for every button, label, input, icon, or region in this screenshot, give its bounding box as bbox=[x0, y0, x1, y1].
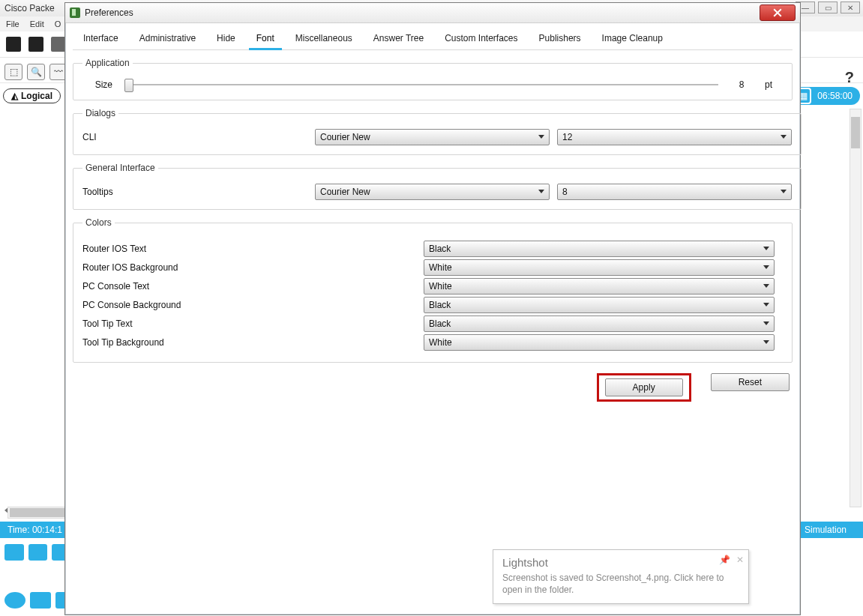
color-label: Tool Tip Text bbox=[82, 318, 424, 329]
tooltips-font-value: Courier New bbox=[320, 187, 370, 197]
tooltips-size-select[interactable]: 8 bbox=[557, 184, 792, 200]
tab-custom-interfaces[interactable]: Custom Interfaces bbox=[434, 28, 528, 49]
group-application-legend: Application bbox=[82, 58, 133, 68]
select-tool-icon[interactable]: ⬚ bbox=[4, 64, 22, 80]
color-select[interactable]: White bbox=[424, 259, 775, 276]
group-colors: Colors Router IOS TextBlackRouter IOS Ba… bbox=[73, 217, 793, 363]
logical-label: Logical bbox=[21, 91, 52, 101]
color-label: Router IOS Background bbox=[82, 262, 424, 273]
reset-button[interactable]: Reset bbox=[711, 373, 790, 391]
color-row: Tool Tip TextBlack bbox=[82, 315, 783, 332]
size-unit: pt bbox=[765, 79, 783, 90]
dialog-title: Preferences bbox=[85, 7, 133, 18]
size-slider[interactable] bbox=[124, 79, 718, 91]
device-wireless-icon[interactable] bbox=[30, 592, 51, 609]
tab-answer-tree[interactable]: Answer Tree bbox=[363, 28, 434, 49]
color-select[interactable]: Black bbox=[424, 315, 775, 332]
toolbar-open-icon[interactable] bbox=[28, 37, 43, 52]
group-general-interface-legend: General Interface bbox=[82, 163, 158, 173]
cli-font-value: Courier New bbox=[320, 132, 370, 142]
dialog-titlebar[interactable]: Preferences bbox=[65, 3, 800, 23]
tooltips-font-select[interactable]: Courier New bbox=[315, 184, 550, 200]
size-label: Size bbox=[82, 79, 112, 90]
menu-options-partial[interactable]: O bbox=[55, 19, 61, 28]
workspace-vscrollbar[interactable] bbox=[850, 109, 862, 507]
group-colors-legend: Colors bbox=[82, 217, 115, 228]
cli-font-select[interactable]: Courier New bbox=[315, 129, 550, 145]
color-value: White bbox=[429, 337, 452, 348]
group-dialogs-legend: Dialogs bbox=[82, 108, 118, 118]
dialog-close-button[interactable] bbox=[760, 4, 796, 21]
tooltips-label: Tooltips bbox=[82, 187, 307, 197]
button-row: Apply Reset bbox=[73, 373, 793, 402]
menu-edit[interactable]: Edit bbox=[30, 19, 44, 28]
tab-hide[interactable]: Hide bbox=[206, 28, 246, 49]
slider-thumb-icon[interactable] bbox=[124, 79, 133, 92]
color-label: Tool Tip Background bbox=[82, 337, 424, 348]
color-row: Router IOS BackgroundWhite bbox=[82, 259, 783, 276]
tabs: Interface Administrative Hide Font Misce… bbox=[73, 28, 793, 50]
logical-view-button[interactable]: ◭ Logical bbox=[3, 88, 61, 103]
color-label: PC Console Background bbox=[82, 300, 424, 310]
tab-miscellaneous[interactable]: Miscellaneous bbox=[285, 28, 363, 49]
color-label: PC Console Text bbox=[82, 281, 424, 292]
toast-message: Screenshot is saved to Screenshot_4.png.… bbox=[502, 572, 727, 596]
tab-font[interactable]: Font bbox=[246, 28, 285, 49]
color-value: Black bbox=[429, 300, 451, 310]
color-select[interactable]: Black bbox=[424, 297, 775, 313]
tab-administrative[interactable]: Administrative bbox=[129, 28, 206, 49]
cli-size-select[interactable]: 12 bbox=[557, 129, 792, 145]
simulation-mode-button[interactable]: Simulation bbox=[796, 523, 856, 537]
color-row: PC Console TextWhite bbox=[82, 278, 783, 295]
menu-file[interactable]: File bbox=[6, 19, 19, 28]
main-max-icon[interactable]: ▭ bbox=[818, 1, 838, 13]
toast-close-icon[interactable]: ✕ bbox=[736, 555, 744, 565]
main-close-icon[interactable]: ✕ bbox=[841, 1, 860, 13]
device-switch-icon[interactable] bbox=[28, 544, 48, 561]
color-value: White bbox=[429, 262, 452, 273]
color-row: PC Console BackgroundBlack bbox=[82, 297, 783, 313]
device-router-icon[interactable] bbox=[4, 592, 25, 609]
clock-time: 06:58:00 bbox=[817, 91, 853, 101]
tooltips-size-value: 8 bbox=[562, 187, 568, 197]
cli-size-value: 12 bbox=[562, 132, 572, 142]
apply-button[interactable]: Apply bbox=[605, 378, 683, 396]
main-app-title: Cisco Packe bbox=[4, 3, 55, 13]
color-value: Black bbox=[429, 318, 451, 329]
logical-icon: ◭ bbox=[11, 91, 18, 101]
cli-label: CLI bbox=[82, 132, 307, 142]
color-label: Router IOS Text bbox=[82, 244, 424, 254]
color-select[interactable]: Black bbox=[424, 241, 775, 257]
zoom-tool-icon[interactable]: 🔍 bbox=[27, 64, 45, 80]
lightshot-toast[interactable]: 📌 ✕ Lightshot Screenshot is saved to Scr… bbox=[493, 549, 749, 604]
size-value: 8 bbox=[730, 79, 753, 90]
color-value: Black bbox=[429, 244, 451, 254]
preferences-dialog: Preferences Interface Administrative Hid… bbox=[64, 2, 801, 615]
device-body-icon[interactable] bbox=[4, 544, 24, 561]
tab-image-cleanup[interactable]: Image Cleanup bbox=[592, 28, 673, 49]
main-window-controls: — ▭ ✕ bbox=[796, 1, 860, 13]
toolbar-save-icon[interactable] bbox=[51, 37, 66, 52]
color-select[interactable]: White bbox=[424, 334, 775, 351]
group-application: Application Size 8 pt bbox=[73, 58, 793, 100]
tab-interface[interactable]: Interface bbox=[73, 28, 129, 49]
color-row: Tool Tip BackgroundWhite bbox=[82, 334, 783, 351]
group-dialogs: Dialogs CLI Courier New 12 bbox=[73, 108, 802, 155]
elapsed-time: Time: 00:14:1 bbox=[7, 525, 62, 535]
toast-pin-icon[interactable]: 📌 bbox=[719, 555, 730, 565]
apply-highlight-box: Apply bbox=[597, 373, 691, 402]
group-general-interface: General Interface Tooltips Courier New 8 bbox=[73, 163, 802, 210]
color-value: White bbox=[429, 281, 452, 292]
toolbar-new-icon[interactable] bbox=[6, 37, 21, 52]
color-row: Router IOS TextBlack bbox=[82, 241, 783, 257]
dialog-app-icon bbox=[70, 7, 80, 18]
color-select[interactable]: White bbox=[424, 278, 775, 295]
tab-publishers[interactable]: Publishers bbox=[529, 28, 592, 49]
toast-title: Lightshot bbox=[502, 556, 727, 569]
